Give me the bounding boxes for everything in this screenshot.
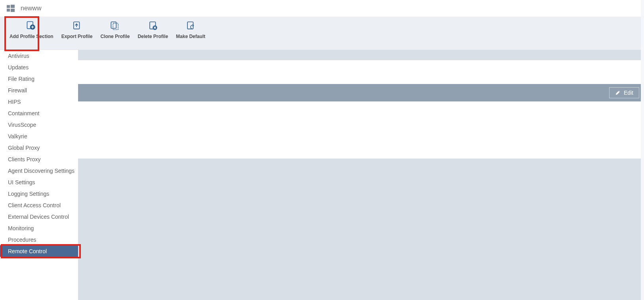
svg-rect-3 (11, 8, 15, 11)
add-profile-section-icon (26, 21, 36, 31)
sidebar-item-ui-settings[interactable]: UI Settings (0, 176, 78, 188)
toolbar-label: Make Default (176, 34, 205, 40)
toolbar-label: Delete Profile (138, 34, 168, 40)
sidebar-item-containment[interactable]: Containment (0, 107, 78, 119)
sidebar-item-label: Updates (8, 64, 29, 71)
windows-icon (6, 4, 15, 13)
sidebar-item-client-access-control[interactable]: Client Access Control (0, 199, 78, 211)
body: Antivirus Updates File Rating Firewall H… (0, 50, 644, 300)
sidebar: Antivirus Updates File Rating Firewall H… (0, 50, 78, 300)
toolbar: Add Profile Section Export Profile Clone… (0, 17, 644, 50)
sidebar-item-remote-control[interactable]: Remote Control (0, 245, 78, 257)
sidebar-item-label: Remote Control (8, 248, 47, 254)
content-rest (78, 159, 644, 300)
export-profile-button[interactable]: Export Profile (57, 17, 97, 42)
make-default-icon (185, 21, 196, 31)
add-profile-section-button[interactable]: Add Profile Section (6, 17, 57, 42)
sidebar-item-label: External Devices Control (8, 214, 69, 220)
sidebar-item-virusscope[interactable]: VirusScope (0, 119, 78, 130)
sidebar-item-updates[interactable]: Updates (0, 61, 78, 73)
sidebar-item-label: Clients Proxy (8, 156, 40, 162)
toolbar-label: Clone Profile (100, 34, 130, 40)
sidebar-item-file-rating[interactable]: File Rating (0, 73, 78, 84)
pencil-icon (615, 90, 621, 96)
clone-profile-icon (110, 21, 120, 31)
svg-rect-0 (7, 5, 10, 8)
sidebar-item-label: File Rating (8, 76, 34, 82)
sidebar-item-hips[interactable]: HIPS (0, 96, 78, 107)
content-panel-lower (78, 101, 644, 159)
sidebar-item-label: Containment (8, 110, 39, 117)
toolbar-label: Add Profile Section (10, 34, 54, 40)
toolbar-label: Export Profile (61, 34, 93, 40)
sidebar-item-label: Antivirus (8, 53, 29, 59)
sidebar-item-clients-proxy[interactable]: Clients Proxy (0, 153, 78, 165)
content-gap (78, 50, 644, 60)
sidebar-item-global-proxy[interactable]: Global Proxy (0, 142, 78, 153)
sidebar-item-label: Procedures (8, 237, 36, 243)
clone-profile-button[interactable]: Clone Profile (96, 17, 134, 42)
scrollbar-track[interactable] (641, 0, 644, 300)
page-title: newww (21, 5, 41, 12)
sidebar-item-antivirus[interactable]: Antivirus (0, 50, 78, 61)
sidebar-item-label: Logging Settings (8, 191, 49, 197)
sidebar-item-label: Global Proxy (8, 145, 40, 151)
sidebar-item-label: Monitoring (8, 225, 34, 231)
delete-profile-button[interactable]: Delete Profile (134, 17, 172, 42)
sidebar-item-label: Client Access Control (8, 202, 61, 208)
sidebar-item-label: UI Settings (8, 179, 35, 185)
sidebar-item-monitoring[interactable]: Monitoring (0, 222, 78, 234)
edit-button-label: Edit (624, 90, 633, 96)
edit-bar: Edit (78, 84, 644, 101)
main-content: Edit (78, 50, 644, 300)
sidebar-item-procedures[interactable]: Procedures (0, 234, 78, 245)
sidebar-item-label: Valkyrie (8, 133, 27, 139)
edit-button[interactable]: Edit (609, 87, 639, 98)
sidebar-item-logging-settings[interactable]: Logging Settings (0, 188, 78, 199)
sidebar-item-valkyrie[interactable]: Valkyrie (0, 130, 78, 142)
sidebar-item-firewall[interactable]: Firewall (0, 84, 78, 96)
delete-profile-icon (148, 21, 158, 31)
svg-rect-2 (7, 8, 10, 11)
sidebar-item-label: Firewall (8, 87, 27, 94)
sidebar-item-label: Agent Discovering Settings (8, 168, 75, 174)
sidebar-item-label: HIPS (8, 99, 21, 105)
content-panel-upper (78, 60, 644, 84)
export-profile-icon (72, 21, 82, 31)
sidebar-item-external-devices-control[interactable]: External Devices Control (0, 211, 78, 222)
make-default-button[interactable]: Make Default (172, 17, 209, 42)
header: newww (0, 0, 644, 17)
svg-rect-1 (11, 4, 15, 8)
sidebar-item-label: VirusScope (8, 122, 36, 128)
sidebar-item-agent-discovering-settings[interactable]: Agent Discovering Settings (0, 165, 78, 176)
